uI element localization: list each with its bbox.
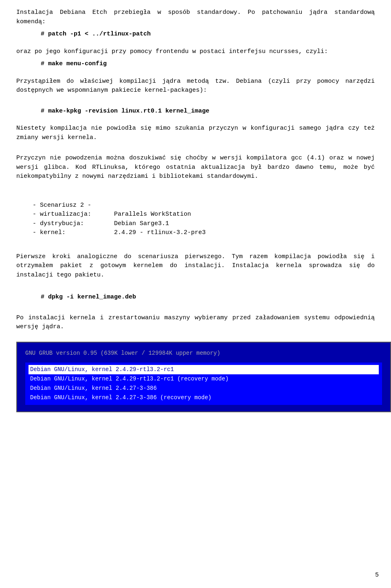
scenario-header-text: - Scenariusz 2 - bbox=[33, 201, 91, 210]
grub-header: GNU GRUB version 0.95 (639K lower / 1299… bbox=[25, 349, 382, 358]
grub-screen: GNU GRUB version 0.95 (639K lower / 1299… bbox=[16, 342, 391, 412]
main-content: Instalacja Debiana Etch przebiegła w spo… bbox=[16, 8, 375, 412]
para2-text: oraz po jego konfiguracji przy pomocy fr… bbox=[16, 47, 375, 57]
scenario-header-line: - Scenariusz 2 - bbox=[33, 201, 375, 210]
scenario-kernel-label: - kernel: bbox=[33, 228, 114, 238]
paragraph-5: Przyczyn nie powodzenia można doszukiwać… bbox=[16, 154, 375, 181]
grub-menu: Debian GNU/Linux, kernel 2.4.29-rtl3.2-r… bbox=[25, 363, 382, 405]
page-number: 5 bbox=[375, 571, 379, 580]
scenario-dist-label: - dystrybucja: bbox=[33, 219, 114, 229]
scenario-virt-line: - wirtualizacja: Parallels WorkStation bbox=[33, 210, 375, 219]
para7-text: Po instalacji kernela i zrestartowaniu m… bbox=[16, 314, 375, 332]
scenario-virt-value: Parallels WorkStation bbox=[114, 210, 191, 219]
grub-item-0: Debian GNU/Linux, kernel 2.4.29-rtl3.2-r… bbox=[29, 365, 379, 374]
grub-item-1: Debian GNU/Linux, kernel 2.4.29-rtl3.2-r… bbox=[29, 374, 379, 384]
para4-text: Niestety kompilacja nie powiodła się mim… bbox=[16, 124, 375, 142]
para1-text: Instalacja Debiana Etch przebiegła w spo… bbox=[16, 8, 375, 27]
cmd3-text: # make-kpkg -revision linux.rt0.1 kernel… bbox=[41, 107, 375, 116]
paragraph-6: Pierwsze kroki analogiczne do scenariusz… bbox=[16, 252, 375, 280]
cmd4-block: # dpkg -i kernel_image.deb bbox=[16, 293, 375, 302]
scenario-virt-label: - wirtualizacja: bbox=[33, 210, 114, 219]
cmd4-text: # dpkg -i kernel_image.deb bbox=[41, 293, 375, 302]
scenario-dist-line: - dystrybucja: Debian Sarge3.1 bbox=[33, 219, 375, 229]
scenario-dist-value: Debian Sarge3.1 bbox=[114, 219, 169, 229]
para3-text: Przystąpiłem do właściwej kompilacji jąd… bbox=[16, 77, 375, 95]
scenario-kernel-value: 2.4.29 - rtlinux-3.2-pre3 bbox=[114, 228, 206, 238]
paragraph-1: Instalacja Debiana Etch przebiegła w spo… bbox=[16, 8, 375, 142]
cmd2-text: # make menu-config bbox=[41, 60, 375, 69]
grub-item-2: Debian GNU/Linux, kernel 2.4.27-3-386 bbox=[29, 384, 379, 393]
scenario-block: - Scenariusz 2 - - wirtualizacja: Parall… bbox=[33, 201, 375, 238]
paragraph-7: Po instalacji kernela i zrestartowaniu m… bbox=[16, 314, 375, 332]
cmd1-text: # patch -p1 < ../rtlinux-patch bbox=[41, 30, 375, 39]
grub-item-3: Debian GNU/Linux, kernel 2.4.27-3-386 (r… bbox=[29, 393, 379, 402]
scenario-kernel-line: - kernel: 2.4.29 - rtlinux-3.2-pre3 bbox=[33, 228, 375, 238]
para5-text: Przyczyn nie powodzenia można doszukiwać… bbox=[16, 154, 375, 181]
para6-text: Pierwsze kroki analogiczne do scenariusz… bbox=[16, 252, 375, 280]
